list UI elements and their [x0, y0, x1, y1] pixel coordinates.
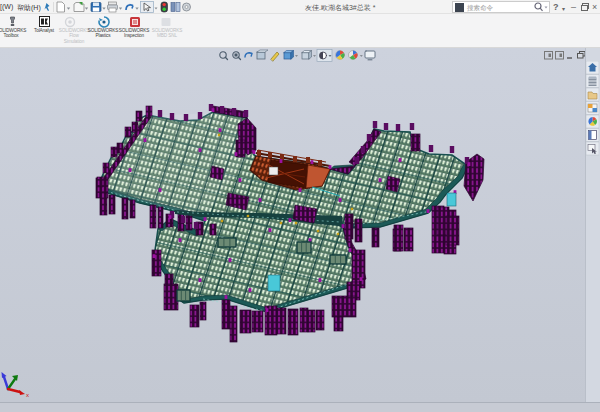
- svg-text:x: x: [26, 392, 29, 398]
